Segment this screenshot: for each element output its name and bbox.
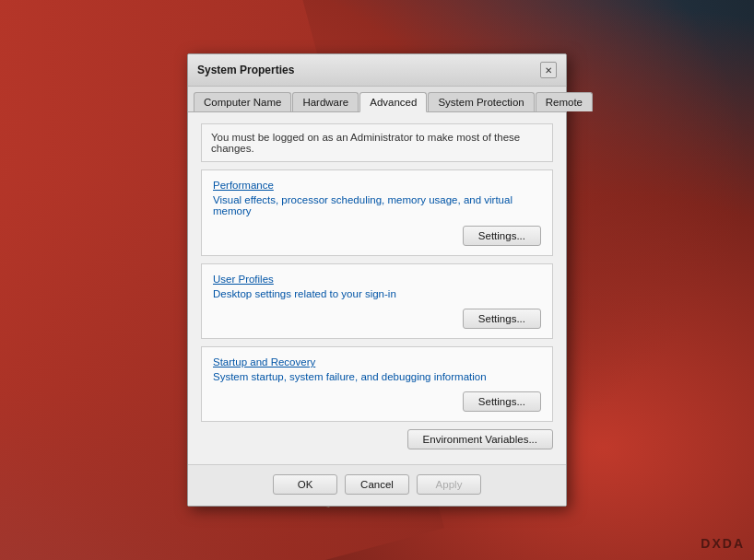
startup-recovery-section: Startup and Recovery System startup, sys… [201, 346, 553, 422]
dialog-overlay: System Properties ✕ Computer Name Hardwa… [0, 0, 754, 560]
user-profiles-btn-row: Settings... [213, 309, 541, 329]
tab-bar: Computer Name Hardware Advanced System P… [188, 87, 566, 112]
user-profiles-title[interactable]: User Profiles [213, 274, 541, 285]
tab-advanced[interactable]: Advanced [359, 92, 427, 112]
performance-desc: Visual effects, processor scheduling, me… [213, 194, 541, 216]
startup-recovery-desc: System startup, system failure, and debu… [213, 371, 541, 382]
tab-system-protection[interactable]: System Protection [428, 92, 534, 111]
cancel-button[interactable]: Cancel [345, 474, 409, 495]
title-bar: System Properties ✕ [188, 54, 566, 87]
performance-btn-row: Settings... [213, 226, 541, 246]
close-button[interactable]: ✕ [540, 62, 557, 78]
tab-computer-name[interactable]: Computer Name [194, 92, 291, 111]
tab-hardware[interactable]: Hardware [292, 92, 359, 111]
environment-variables-button[interactable]: Environment Variables... [407, 429, 553, 449]
startup-recovery-title[interactable]: Startup and Recovery [213, 356, 541, 368]
system-properties-dialog: System Properties ✕ Computer Name Hardwa… [187, 53, 567, 507]
admin-info-bar: You must be logged on as an Administrato… [201, 123, 553, 162]
user-profiles-desc: Desktop settings related to your sign-in [213, 288, 541, 299]
tab-content: You must be logged on as an Administrato… [188, 112, 566, 464]
user-profiles-section: User Profiles Desktop settings related t… [201, 263, 553, 339]
user-profiles-settings-button[interactable]: Settings... [463, 309, 541, 329]
performance-title[interactable]: Performance [213, 180, 541, 191]
admin-info-text: You must be logged on as an Administrato… [211, 132, 520, 154]
dialog-footer: OK Cancel Apply [188, 464, 566, 506]
tab-remote[interactable]: Remote [536, 92, 593, 111]
performance-section: Performance Visual effects, processor sc… [201, 169, 553, 256]
ok-button[interactable]: OK [273, 474, 337, 495]
performance-settings-button[interactable]: Settings... [463, 226, 541, 246]
apply-button[interactable]: Apply [417, 474, 481, 495]
dialog-title: System Properties [197, 64, 294, 76]
startup-recovery-settings-button[interactable]: Settings... [463, 391, 541, 412]
startup-recovery-btn-row: Settings... [213, 391, 541, 412]
env-btn-row: Environment Variables... [201, 429, 553, 449]
